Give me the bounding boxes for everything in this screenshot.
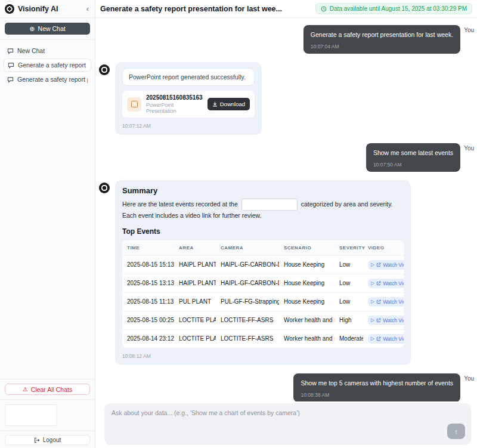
cell-scenario: Worker health and safety	[279, 311, 334, 329]
sidebar-footer-box	[5, 404, 57, 426]
summary-text: Here are the latest events recorded at t…	[122, 200, 238, 208]
watch-video-button[interactable]: ▷Watch Video	[368, 297, 404, 307]
watch-video-button[interactable]: ▷Watch Video	[368, 316, 404, 325]
cell-time: 2025-08-15 15:13:22	[122, 255, 174, 274]
file-card: 202508151608351634146644.pptx PowerPoint…	[122, 91, 255, 118]
assistant-message-bubble: PowerPoint report generated successfully…	[115, 62, 262, 135]
data-availability-text: Data available until August 15, 2025 at …	[330, 5, 467, 12]
cell-camera: PUL-GF-FG-Strapping	[216, 292, 279, 311]
table-row: 2025-08-15 00:25:56 LOCTITE PLANT LOCTIT…	[122, 311, 404, 329]
chat-bubble-icon	[7, 76, 14, 83]
assistant-message-row: Summary Here are the latest events recor…	[99, 180, 474, 365]
user-message-text: Show me top 5 cameras with highest numbe…	[301, 379, 453, 387]
blank-inline-field	[241, 199, 298, 211]
user-message-bubble: Show me top 5 cameras with highest numbe…	[293, 373, 460, 401]
cell-area: LOCTITE PLANT	[174, 311, 216, 329]
file-name: 202508151608351634146644.pptx	[146, 94, 203, 101]
watch-video-button[interactable]: ▷Watch Video	[368, 279, 404, 288]
cell-scenario: House Keeping	[279, 274, 334, 292]
new-chat-button[interactable]: ⊕ New Chat	[5, 23, 90, 35]
cell-area: LOCTITE PLANT	[174, 329, 216, 348]
warning-triangle-icon: ⚠	[23, 387, 28, 393]
summary-heading: Summary	[122, 186, 404, 195]
external-link-icon	[376, 336, 381, 341]
sidebar: Visionify AI ‹ ⊕ New Chat New Chat Gener…	[0, 0, 95, 448]
data-availability-badge: Data available until August 15, 2025 at …	[315, 3, 472, 14]
cell-scenario: House Keeping	[279, 255, 334, 274]
user-message-row: Show me top 5 cameras with highest numbe…	[99, 373, 474, 401]
summary-body: Here are the latest events recorded at t…	[122, 199, 404, 221]
send-button[interactable]: ↑	[447, 424, 465, 439]
column-header-area: AREA	[174, 240, 216, 256]
brand-title: Visionify AI	[18, 5, 82, 13]
conversation-title: Generate a safety report presentation fo…	[100, 5, 282, 13]
cell-camera: HAIPL-GF-CARBON-DUMP	[216, 274, 279, 292]
message-timestamp: 10:07:04 AM	[311, 44, 453, 50]
collapse-sidebar-icon[interactable]: ‹	[85, 4, 90, 13]
external-link-icon	[376, 262, 381, 267]
cell-area: HAIPL PLANT	[174, 255, 216, 274]
cell-severity: Low	[334, 255, 363, 274]
external-link-icon	[376, 318, 381, 323]
cell-severity: Moderate	[334, 329, 363, 348]
cell-severity: High	[334, 311, 363, 329]
chat-history-item-selected[interactable]: Generate a safety report presentation fo	[4, 58, 91, 72]
external-link-icon	[376, 299, 381, 304]
chat-input[interactable]	[111, 409, 438, 430]
logout-button[interactable]: Logout	[5, 435, 90, 445]
cell-time: 2025-08-15 00:25:56	[122, 311, 174, 329]
download-icon	[212, 101, 218, 107]
message-list[interactable]: Generate a safety report presentation fo…	[95, 18, 477, 401]
message-timestamp: 10:07:12 AM	[122, 123, 255, 129]
external-link-icon	[376, 281, 381, 286]
watch-video-button[interactable]: ▷Watch Video	[368, 260, 404, 270]
table-row: 2025-08-15 15:13:22 HAIPL PLANT HAIPL-GF…	[122, 255, 404, 274]
sidebar-divider	[0, 431, 95, 431]
chat-bubble-icon	[7, 48, 14, 54]
cell-area: HAIPL PLANT	[174, 274, 216, 292]
sidebar-header: Visionify AI ‹	[0, 0, 95, 18]
clear-all-chats-button[interactable]: ⚠ Clear All Chats	[5, 384, 90, 395]
logout-label: Logout	[43, 437, 61, 443]
assistant-message-row: PowerPoint report generated successfully…	[99, 62, 474, 135]
visionify-logo-icon	[5, 4, 14, 14]
clock-icon	[321, 6, 327, 12]
watch-video-label: Watch Video	[383, 299, 404, 305]
chat-history-item[interactable]: New Chat	[4, 45, 91, 57]
sender-label: You	[464, 27, 474, 33]
user-message-text: Generate a safety report presentation fo…	[311, 31, 453, 38]
watch-video-button[interactable]: ▷Watch Video	[368, 334, 404, 344]
up-arrow-icon: ↑	[454, 427, 459, 436]
message-composer: ↑	[104, 403, 471, 445]
user-message-row: Show me some latest events 10:07:50 AM Y…	[99, 143, 474, 172]
message-timestamp: 10:08:38 AM	[301, 392, 453, 398]
cell-time: 2025-08-15 13:13:31	[122, 274, 174, 292]
user-message-bubble: Show me some latest events 10:07:50 AM	[366, 143, 460, 172]
table-row: 2025-08-15 11:13:24 PUL PLANT PUL-GF-FG-…	[122, 292, 404, 311]
play-icon: ▷	[371, 336, 374, 341]
cell-camera: HAIPL-GF-CARBON-DUMP	[216, 255, 279, 274]
chat-history-list: New Chat Generate a safety report presen…	[0, 40, 95, 90]
watch-video-label: Watch Video	[383, 317, 404, 323]
cell-camera: LOCTITE-FF-ASRS	[216, 329, 279, 348]
chat-item-label: Generate a safety report presentation fo	[18, 61, 87, 69]
events-table: TIME AREA CAMERA SCENARIO SEVERITY VIDEO…	[122, 240, 404, 348]
cell-area: PUL PLANT	[174, 292, 216, 311]
powerpoint-file-icon	[127, 97, 141, 112]
sidebar-divider	[0, 399, 95, 400]
user-message-text: Show me some latest events	[373, 149, 453, 156]
sender-label: You	[464, 375, 474, 382]
main-panel: Generate a safety report presentation fo…	[95, 0, 477, 448]
chat-history-item[interactable]: Generate a safety report presentation fo	[4, 73, 91, 85]
logout-icon	[34, 437, 40, 443]
chat-bubble-icon	[8, 62, 14, 69]
play-icon: ▷	[371, 299, 374, 304]
user-message-bubble: Generate a safety report presentation fo…	[303, 25, 460, 54]
play-icon: ▷	[371, 262, 374, 267]
cell-scenario: House Keeping	[279, 292, 334, 311]
sidebar-divider	[0, 379, 95, 379]
download-button[interactable]: Download	[207, 98, 250, 110]
cell-time: 2025-08-15 11:13:24	[122, 292, 174, 311]
watch-video-label: Watch Video	[383, 280, 404, 286]
column-header-video: VIDEO	[363, 240, 404, 256]
